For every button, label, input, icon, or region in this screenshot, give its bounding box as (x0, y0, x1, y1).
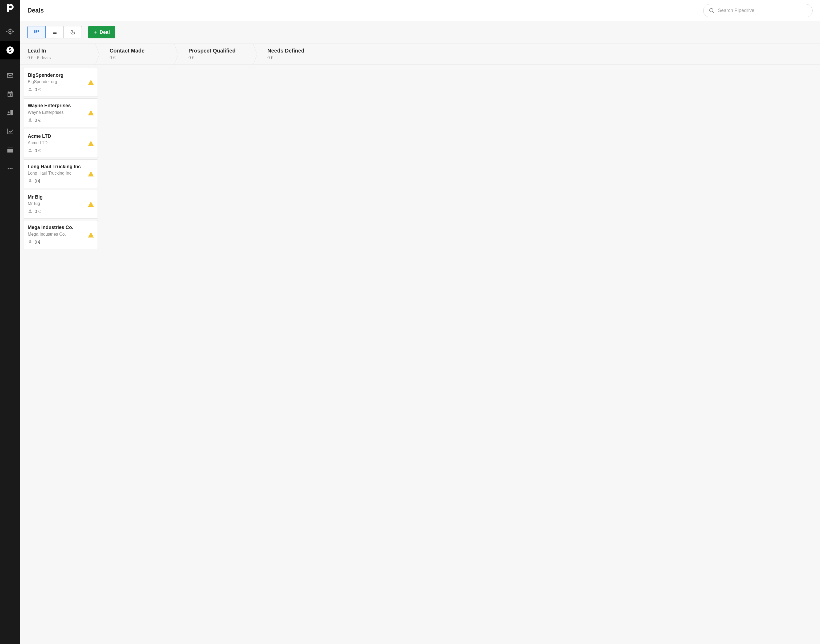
svg-rect-29 (90, 236, 91, 236)
list-icon (52, 30, 57, 35)
stage-title: Lead In (28, 48, 92, 54)
add-deal-button[interactable]: + Deal (88, 26, 115, 38)
svg-rect-7 (38, 31, 39, 32)
stage-title: Contact Made (110, 48, 170, 54)
stage-header[interactable]: Lead In 0 € · 6 deals (20, 43, 99, 64)
warning-icon[interactable] (88, 201, 94, 207)
box-icon (6, 146, 14, 154)
warning-icon[interactable] (88, 232, 94, 238)
forecast-icon: $ (70, 29, 75, 35)
pipeline-icon (34, 30, 39, 35)
svg-rect-16 (90, 112, 91, 113)
pipeline-column (177, 68, 251, 641)
warning-icon[interactable] (88, 141, 94, 146)
person-icon (28, 148, 32, 154)
deal-footer: 0 € (28, 87, 93, 93)
sidebar-item-leads[interactable] (0, 22, 20, 41)
deal-title: Long Haul Trucking Inc (28, 163, 93, 170)
svg-point-24 (29, 210, 31, 211)
deal-card[interactable]: Acme LTD Acme LTD 0 € (23, 129, 98, 158)
page-title: Deals (28, 7, 44, 14)
stage-header[interactable]: Prospect Qualified 0 € (178, 43, 257, 64)
sidebar-item-products[interactable] (0, 141, 20, 159)
svg-point-3 (9, 168, 11, 170)
stage-meta: 0 € (110, 55, 170, 60)
deal-footer: 0 € (28, 209, 93, 215)
warning-icon[interactable] (88, 110, 94, 115)
app-logo[interactable] (7, 4, 14, 14)
dollar-circle-icon: $ (6, 46, 14, 54)
person-icon (28, 118, 32, 123)
deal-value: 0 € (35, 118, 40, 123)
deal-card[interactable]: Mr Big Mr Big 0 € (23, 190, 98, 219)
svg-point-27 (29, 240, 31, 242)
person-icon (28, 87, 32, 93)
stage-header[interactable]: Needs Defined 0 € (257, 43, 336, 64)
stage-arrow (253, 43, 261, 64)
svg-rect-28 (90, 234, 91, 235)
stage-meta: 0 € (189, 55, 249, 60)
sidebar-item-deals[interactable]: $ (0, 41, 20, 60)
deal-card[interactable]: Mega Industries Co. Mega Industries Co. … (23, 220, 98, 249)
sidebar-item-activities[interactable] (0, 85, 20, 103)
sidebar-nav: $ (0, 0, 20, 644)
list-view-button[interactable] (46, 26, 64, 38)
warning-icon[interactable] (88, 171, 94, 176)
sidebar-item-mail[interactable] (0, 66, 20, 85)
dots-icon (6, 165, 14, 172)
deal-org: Mega Industries Co. (28, 232, 93, 237)
svg-rect-5 (34, 31, 35, 33)
target-icon (6, 28, 14, 35)
svg-rect-20 (90, 144, 91, 145)
svg-rect-14 (90, 84, 91, 84)
deal-org: Wayne Enterprises (28, 110, 93, 115)
deal-org: Mr Big (28, 201, 93, 206)
pipeline-column (253, 68, 328, 641)
contacts-icon (6, 109, 14, 117)
search-input[interactable] (718, 8, 807, 13)
person-icon (28, 178, 32, 184)
svg-point-18 (29, 149, 31, 150)
pipeline-column (100, 68, 175, 641)
view-toggle: $ (28, 26, 82, 38)
svg-rect-23 (90, 175, 91, 176)
svg-point-15 (29, 118, 31, 120)
deal-card[interactable]: Wayne Enterprises Wayne Enterprises 0 € (23, 98, 98, 127)
svg-rect-8 (53, 31, 57, 31)
svg-rect-6 (36, 31, 37, 32)
svg-rect-17 (90, 114, 91, 115)
deal-card[interactable]: Long Haul Trucking Inc Long Haul Truckin… (23, 159, 98, 188)
stage-header[interactable]: Contact Made 0 € (99, 43, 178, 64)
svg-rect-10 (53, 33, 57, 34)
forecast-view-button[interactable]: $ (64, 26, 82, 38)
sidebar-item-contacts[interactable] (0, 103, 20, 122)
stage-title: Needs Defined (267, 48, 328, 54)
svg-rect-13 (90, 81, 91, 83)
deal-value: 0 € (35, 209, 40, 214)
deal-footer: 0 € (28, 178, 93, 184)
search-bar[interactable] (703, 4, 812, 17)
deal-value: 0 € (35, 149, 40, 153)
warning-icon[interactable] (88, 80, 94, 85)
pipeline-view-button[interactable] (28, 26, 46, 38)
svg-rect-22 (90, 173, 91, 174)
deal-title: Mr Big (28, 194, 93, 200)
plus-icon: + (93, 29, 97, 35)
sidebar-item-insights[interactable] (0, 122, 20, 141)
svg-rect-25 (90, 204, 91, 205)
deal-title: Wayne Enterprises (28, 102, 93, 109)
deal-value: 0 € (35, 87, 40, 92)
deal-card[interactable]: BigSpender.org BigSpender.org 0 € (23, 68, 98, 97)
stage-arrow (95, 43, 103, 64)
sidebar-item-more[interactable] (0, 159, 20, 178)
stage-meta: 0 € (267, 55, 328, 60)
deals-board: BigSpender.org BigSpender.org 0 € Wayne … (20, 65, 820, 644)
svg-rect-19 (90, 143, 91, 144)
add-deal-label: Deal (100, 29, 110, 35)
svg-rect-26 (90, 205, 91, 206)
svg-rect-9 (53, 32, 57, 32)
deal-title: Acme LTD (28, 133, 93, 140)
toolbar: $ + Deal (20, 21, 820, 43)
sidebar-divider (5, 61, 15, 61)
svg-point-4 (11, 168, 12, 170)
